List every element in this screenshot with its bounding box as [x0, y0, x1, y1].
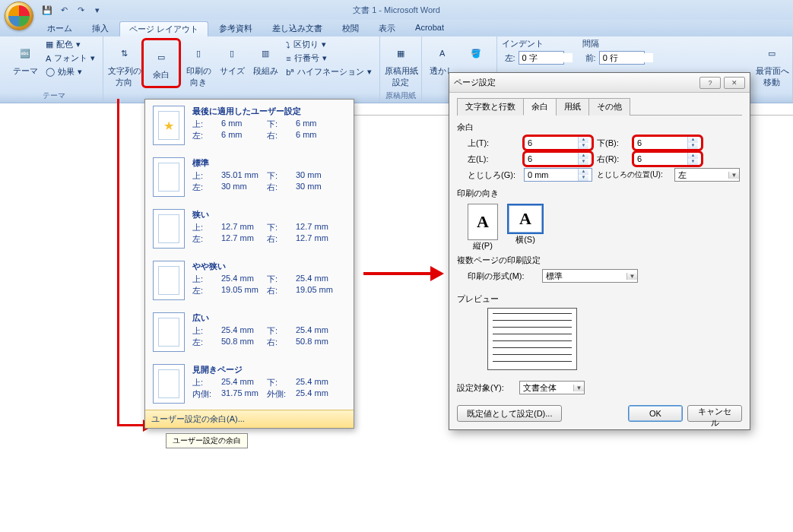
indent-left-field[interactable]: 左:	[502, 50, 567, 65]
tab-view[interactable]: 表示	[370, 21, 404, 36]
margin-top-field[interactable]: ▲▼	[524, 136, 592, 150]
landscape-icon: A	[507, 204, 544, 234]
page-icon	[153, 209, 185, 249]
orientation-landscape[interactable]: A 横(S)	[507, 204, 544, 252]
gallery-item-normal[interactable]: 標準 上:35.01 mm下:30 mm 左:30 mm右:30 mm	[145, 151, 354, 203]
send-back-icon: ▭	[760, 41, 784, 65]
palette-icon: ▦	[46, 40, 53, 49]
gallery-item-mirrored[interactable]: 見開きページ 上:25.4 mm下:25.4 mm 内側:31.75 mm外側:…	[145, 358, 354, 410]
tab-mailings[interactable]: 差し込み文書	[263, 21, 331, 36]
page-color-icon: 🪣	[464, 41, 488, 65]
quick-access-toolbar: 💾 ↶ ↷ ▾	[40, 2, 105, 17]
custom-margins-item[interactable]: ユーザー設定の余白(A)...	[145, 410, 354, 428]
margin-bottom-field[interactable]: ▲▼	[633, 136, 702, 150]
page-star-icon	[153, 106, 185, 145]
group-page-setup: ⇅ 文字列の 方向 ▭ 余白 ▯ 印刷の 向き ▯ サイズ ▥ 段組み	[103, 36, 379, 103]
watermark-button[interactable]: A 透かし	[427, 38, 458, 77]
gallery-item-last-custom[interactable]: 最後に適用したユーザー設定 上:6 mm下:6 mm 左:6 mm右:6 mm	[145, 100, 354, 151]
window-title: 文書 1 - Microsoft Word	[353, 5, 440, 16]
section-preview-label: プレビュー	[457, 293, 742, 305]
tab-home[interactable]: ホーム	[38, 21, 81, 36]
watermark-icon: A	[430, 41, 455, 65]
chevron-down-icon: ▼	[626, 273, 637, 280]
effects-button[interactable]: ◯効果▾	[43, 65, 98, 78]
dialog-help-button[interactable]: ?	[699, 77, 721, 89]
colors-button[interactable]: ▦配色▾	[43, 38, 98, 51]
dlg-tab-paper[interactable]: 用紙	[556, 98, 589, 116]
margins-button-highlight: ▭ 余白	[141, 38, 181, 88]
ribbon-tabs: ホーム 挿入 ページ レイアウト 参考資料 差し込み文書 校閲 表示 Acrob…	[0, 20, 793, 36]
qat-customize-icon[interactable]: ▾	[90, 2, 105, 17]
gallery-item-moderate[interactable]: やや狭い 上:25.4 mm下:25.4 mm 左:19.05 mm右:19.0…	[145, 255, 354, 306]
arrange-button[interactable]: ▭ 最背面へ 移動	[756, 38, 788, 88]
apply-to-combo[interactable]: 文書全体▼	[519, 381, 585, 394]
page-setup-dialog: ページ設定 ? ✕ 文字数と行数 余白 用紙 その他 余白 上(T): ▲▼ 下…	[449, 72, 750, 430]
section-margins-label: 余白	[457, 122, 742, 133]
save-icon[interactable]: 💾	[40, 2, 55, 17]
tab-review[interactable]: 校閲	[333, 21, 368, 36]
group-themes: 🔤 テーマ ▦配色▾ Aフォント▾ ◯効果▾ テーマ	[5, 36, 103, 103]
margins-gallery: 最後に適用したユーザー設定 上:6 mm下:6 mm 左:6 mm右:6 mm …	[144, 99, 354, 429]
effects-icon: ◯	[46, 67, 55, 77]
dialog-title: ページ設定	[454, 77, 496, 88]
dialog-tabs: 文字数と行数 余白 用紙 その他	[457, 97, 742, 116]
manuscript-button[interactable]: ▦ 原稿用紙 設定	[385, 38, 417, 88]
hyphenation-button[interactable]: bªハイフネーション▾	[283, 65, 374, 78]
section-orientation-label: 印刷の向き	[457, 188, 742, 199]
annotation-line	[117, 99, 119, 426]
cancel-button[interactable]: キャンセル	[687, 405, 742, 422]
gallery-item-narrow[interactable]: 狭い 上:12.7 mm下:12.7 mm 左:12.7 mm右:12.7 mm	[145, 203, 354, 255]
annotation-arrow-icon	[363, 272, 432, 275]
chevron-down-icon: ▼	[728, 172, 739, 179]
font-icon: A	[46, 54, 51, 63]
gallery-item-wide[interactable]: 広い 上:25.4 mm下:25.4 mm 左:50.8 mm右:50.8 mm	[145, 306, 354, 358]
spacing-before-field[interactable]: 前:	[582, 50, 648, 65]
margin-right-field[interactable]: ▲▼	[633, 152, 702, 166]
themes-icon: 🔤	[13, 41, 37, 65]
multipage-combo[interactable]: 標準▼	[542, 269, 638, 283]
page-icon	[153, 312, 185, 352]
dlg-tab-margins[interactable]: 余白	[523, 98, 557, 116]
dlg-tab-chars[interactable]: 文字数と行数	[457, 98, 524, 116]
size-icon: ▯	[220, 41, 244, 65]
orientation-portrait[interactable]: A 縦(P)	[468, 204, 498, 252]
redo-icon[interactable]: ↷	[73, 2, 88, 17]
undo-icon[interactable]: ↶	[56, 2, 71, 17]
group-manuscript: ▦ 原稿用紙 設定 原稿用紙	[380, 36, 422, 103]
tab-acrobat[interactable]: Acrobat	[406, 21, 453, 36]
ok-button[interactable]: OK	[628, 405, 683, 422]
size-button[interactable]: ▯ サイズ	[216, 38, 248, 88]
line-numbers-button[interactable]: ≡行番号▾	[283, 52, 374, 65]
office-button[interactable]	[5, 2, 33, 30]
page-color-button[interactable]: 🪣	[460, 38, 492, 77]
gutter-field[interactable]: ▲▼	[524, 168, 592, 182]
margins-button[interactable]: ▭ 余白	[145, 42, 177, 81]
tab-insert[interactable]: 挿入	[83, 21, 118, 36]
manuscript-icon: ▦	[389, 41, 413, 65]
text-direction-icon: ⇅	[112, 41, 136, 65]
dialog-title-bar: ページ設定 ? ✕	[449, 73, 750, 93]
orientation-button[interactable]: ▯ 印刷の 向き	[182, 38, 214, 88]
columns-icon: ▥	[253, 41, 278, 65]
orientation-icon: ▯	[186, 41, 211, 65]
tooltip: ユーザー設定の余白	[166, 433, 248, 448]
set-default-button[interactable]: 既定値として設定(D)...	[457, 405, 562, 422]
section-multipage-label: 複数ページの印刷設定	[457, 255, 742, 266]
text-direction-button[interactable]: ⇅ 文字列の 方向	[108, 38, 140, 88]
tab-references[interactable]: 参考資料	[210, 21, 262, 36]
chevron-down-icon: ▼	[573, 385, 584, 391]
breaks-button[interactable]: ⤵区切り▾	[283, 38, 374, 51]
themes-button[interactable]: 🔤 テーマ	[9, 38, 41, 78]
portrait-icon: A	[468, 204, 498, 240]
page-spread-icon	[153, 364, 185, 404]
columns-button[interactable]: ▥ 段組み	[249, 38, 281, 88]
tab-page-layout[interactable]: ページ レイアウト	[119, 21, 208, 36]
dialog-close-button[interactable]: ✕	[724, 77, 745, 89]
dlg-tab-other[interactable]: その他	[588, 98, 630, 116]
fonts-button[interactable]: Aフォント▾	[43, 52, 98, 65]
margin-left-field[interactable]: ▲▼	[524, 152, 592, 166]
gutter-position-combo[interactable]: 左▼	[674, 168, 740, 182]
margins-icon: ▭	[149, 45, 173, 69]
title-bar: 💾 ↶ ↷ ▾ 文書 1 - Microsoft Word	[0, 0, 793, 20]
line-numbers-icon: ≡	[286, 54, 290, 63]
